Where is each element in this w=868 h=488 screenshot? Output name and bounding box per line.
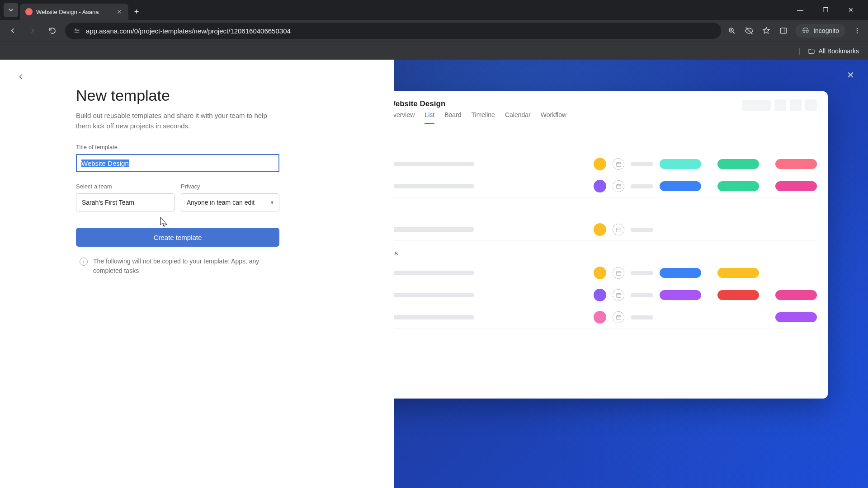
forward-button[interactable] [25,23,40,38]
menu-icon[interactable] [852,25,863,36]
assignee-avatar[interactable] [594,180,606,192]
incognito-badge[interactable]: Incognito [795,24,845,38]
bookmarks-bar: | All Bookmarks [0,42,868,60]
page-title: New template [76,87,281,104]
due-date-placeholder [631,293,653,297]
preview-tab-timeline[interactable]: Timeline [472,111,495,124]
svg-point-7 [857,32,858,33]
due-date-placeholder [631,162,653,166]
team-label: Select a team [76,183,175,190]
minimize-button[interactable]: — [792,4,808,16]
section-title: Ideas [394,140,817,148]
create-template-button[interactable]: Create template [76,228,279,247]
svg-rect-11 [616,271,621,275]
privacy-select[interactable]: Anyone in team can edit ▾ [181,193,279,211]
header-placeholder [742,100,771,111]
back-button[interactable] [5,23,20,38]
tag-pill [717,181,759,191]
due-date-icon[interactable] [613,267,624,279]
svg-rect-10 [616,228,621,232]
close-button[interactable]: ✕ [847,70,854,80]
preview-tab-overview[interactable]: Overview [394,111,415,124]
close-tab-icon[interactable]: ✕ [116,8,123,15]
task-title-placeholder [394,162,474,166]
task-title-placeholder [394,315,474,319]
due-date-icon[interactable] [613,311,624,323]
assignee-avatar[interactable] [594,311,606,324]
svg-point-5 [857,28,858,29]
privacy-value: Anyone in team can edit [187,199,255,206]
tag-pill [717,312,759,322]
tab-search-dropdown[interactable] [4,3,18,17]
preview-tab-board[interactable]: Board [444,111,461,124]
template-title-input[interactable] [76,154,279,172]
tag-pill [660,181,701,191]
chevron-down-icon: ▾ [271,199,274,206]
preview-tab-list[interactable]: List [425,111,434,124]
zoom-icon[interactable] [726,25,737,36]
svg-point-2 [75,32,77,33]
tag-pill [775,159,817,169]
due-date-icon[interactable] [613,224,624,235]
svg-point-0 [75,28,76,30]
due-date-icon[interactable] [613,180,624,192]
task-title-placeholder [394,293,474,297]
task-row[interactable] [394,306,817,328]
tab-bar: Website Design - Asana ✕ + — ❐ ✕ [0,0,868,20]
eye-off-icon[interactable] [744,25,755,36]
new-tab-button[interactable]: + [130,5,143,18]
tag-pill [717,225,759,235]
close-window-button[interactable]: ✕ [843,4,859,16]
tag-pill [775,268,817,278]
task-row[interactable] [394,219,817,241]
browser-chrome: Website Design - Asana ✕ + — ❐ ✕ app.asa… [0,0,868,60]
due-date-icon[interactable] [613,158,624,170]
all-bookmarks-button[interactable]: All Bookmarks [808,47,859,55]
team-value: Sarah's First Team [82,199,134,206]
page-description: Build out reusable templates and share i… [76,111,279,131]
tag-pill [775,290,817,300]
header-placeholder [790,99,802,111]
assignee-avatar[interactable] [594,267,606,279]
info-box: i The following will not be copied to yo… [76,257,279,276]
bookmark-star-icon[interactable] [761,25,772,36]
preview-panel: ✕ Website Design OverviewListBoardTimeli… [394,60,868,488]
info-icon: i [80,258,88,266]
team-select[interactable]: Sarah's First Team [76,193,175,211]
task-row[interactable] [394,262,817,284]
tag-pill [717,290,759,300]
task-row[interactable] [394,153,817,175]
reload-button[interactable] [45,23,60,38]
header-placeholder [805,99,817,111]
maximize-button[interactable]: ❐ [817,4,834,16]
tag-pill [775,225,817,235]
tag-pill [660,159,701,169]
section-title: To do [394,206,817,213]
incognito-label: Incognito [813,27,839,34]
site-settings-icon[interactable] [72,26,81,35]
info-text: The following will not be copied to your… [93,257,276,276]
assignee-avatar[interactable] [594,223,606,236]
url-text: app.asana.com/0/project-templates/new/pr… [86,27,291,35]
task-row[interactable] [394,284,817,306]
due-date-icon[interactable] [613,289,624,301]
section-title: In progress [394,249,817,257]
browser-tab[interactable]: Website Design - Asana ✕ [20,4,128,20]
back-arrow-button[interactable] [14,70,28,84]
svg-rect-13 [616,315,621,319]
assignee-avatar[interactable] [594,289,606,301]
side-panel-icon[interactable] [778,25,789,36]
preview-tab-workflow[interactable]: Workflow [541,111,566,124]
preview-tabs: OverviewListBoardTimelineCalendarWorkflo… [394,111,735,124]
preview-tab-calendar[interactable]: Calendar [505,111,531,124]
url-bar[interactable]: app.asana.com/0/project-templates/new/pr… [65,23,721,39]
task-row[interactable] [394,175,817,197]
due-date-placeholder [631,315,653,319]
svg-rect-12 [616,293,621,297]
tag-pill [660,290,701,300]
svg-rect-9 [616,184,621,188]
assignee-avatar[interactable] [594,158,606,170]
app-content: New template Build out reusable template… [0,60,868,488]
preview-project-title: Website Design [394,99,735,108]
address-bar: app.asana.com/0/project-templates/new/pr… [0,20,868,42]
